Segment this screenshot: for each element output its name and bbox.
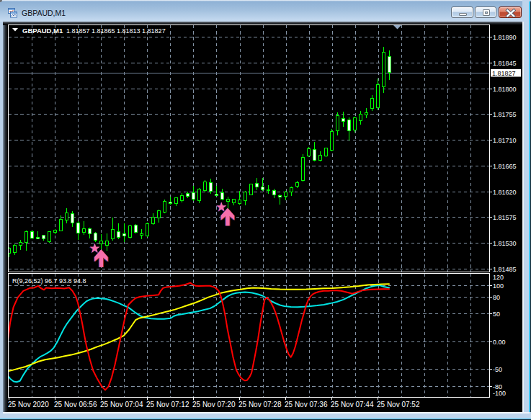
- svg-text:1.81530: 1.81530: [493, 240, 517, 247]
- svg-text:1.81620: 1.81620: [493, 189, 517, 196]
- svg-text:1.81710: 1.81710: [493, 137, 517, 144]
- svg-text:-100: -100: [493, 390, 506, 397]
- svg-text:25 Nov 07:04: 25 Nov 07:04: [100, 401, 143, 408]
- svg-text:25 Nov 07:44: 25 Nov 07:44: [331, 401, 374, 408]
- svg-text:1.81890: 1.81890: [493, 34, 517, 41]
- svg-text:1.81845: 1.81845: [493, 60, 517, 67]
- svg-text:1.81827: 1.81827: [492, 70, 516, 77]
- svg-text:100: 100: [493, 282, 504, 290]
- svg-text:25 Nov 07:36: 25 Nov 07:36: [285, 401, 328, 408]
- svg-text:R(9,26,52) 96.7 93.8 94.8: R(9,26,52) 96.7 93.8 94.8: [12, 277, 86, 285]
- svg-text:25 Nov 07:28: 25 Nov 07:28: [238, 401, 282, 408]
- svg-text:1.81575: 1.81575: [493, 214, 517, 221]
- svg-text:-50: -50: [493, 366, 502, 373]
- svg-text:80: 80: [493, 294, 500, 301]
- svg-text:GBPAUD,M1: GBPAUD,M1: [22, 27, 63, 35]
- svg-text:120: 120: [493, 274, 504, 281]
- svg-text:1.81800: 1.81800: [493, 86, 517, 93]
- svg-text:25 Nov 2020: 25 Nov 2020: [8, 401, 49, 408]
- svg-text:1.81755: 1.81755: [493, 111, 517, 118]
- svg-text:25 Nov 07:52: 25 Nov 07:52: [377, 401, 420, 408]
- svg-text:1.81857 1.81865 1.81813 1.8182: 1.81857 1.81865 1.81813 1.81827: [66, 27, 166, 35]
- svg-text:1.81485: 1.81485: [493, 266, 517, 273]
- svg-text:0.00: 0.00: [493, 339, 506, 346]
- svg-text:1.81665: 1.81665: [493, 163, 517, 170]
- svg-text:25 Nov 07:12: 25 Nov 07:12: [146, 401, 189, 408]
- svg-text:25 Nov 06:56: 25 Nov 06:56: [54, 401, 97, 408]
- svg-text:50: 50: [493, 310, 500, 318]
- svg-text:25 Nov 07:20: 25 Nov 07:20: [192, 401, 236, 408]
